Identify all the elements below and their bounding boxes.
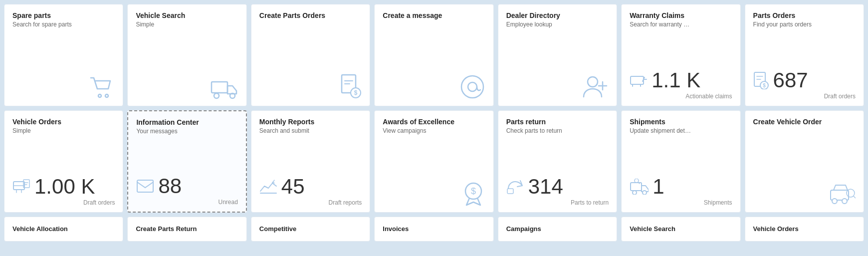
car-doc-icon [12,179,30,195]
card-create-vehicle-order[interactable]: Create Vehicle Order [745,110,864,213]
svg-text:$: $ [354,89,358,96]
main-grid: Spare parts Search for spare parts Vehic… [4,4,864,242]
card-subtitle: Simple [136,21,238,29]
card-icon-area: $ [383,135,485,206]
card-bottom: 45 Draft reports [259,176,362,206]
car-wrench-icon [630,72,648,88]
card-subtitle: Check parts to return [506,127,609,135]
card-invoices[interactable]: Invoices [374,217,493,242]
card-stat-label: Draft orders [12,199,115,206]
svg-text:$: $ [763,83,766,88]
card-title: Information Center [136,118,237,127]
card-icon-area: $ [259,21,362,100]
card-subtitle: Update shipment det… [630,127,732,135]
svg-point-22 [633,191,637,195]
card-number: 88 [158,176,182,197]
card-stats-row: 1 [630,176,664,197]
card-create-parts-return[interactable]: Create Parts Return [127,217,246,242]
card-stats-row: 88 [136,176,182,197]
card-title: Vehicle Orders [753,225,856,233]
card-stat-label: Shipments [630,199,732,206]
card-information-center[interactable]: Information Center Your messages 88 Unre… [127,110,246,213]
card-icon-area [12,28,115,100]
card-vehicle-orders-bottom[interactable]: Vehicle Orders [745,217,864,242]
card-stats-row: 45 [259,176,305,197]
parts-return-icon [506,179,524,195]
svg-point-3 [214,93,219,98]
card-stat-label: Draft reports [259,199,362,206]
card-campaigns[interactable]: Campaigns [498,217,617,242]
card-subtitle: Employee lookup [506,21,609,29]
award-icon: $ [461,181,485,206]
card-title: Spare parts [12,11,115,20]
card-stat-label: Parts to return [506,199,609,206]
card-stats-row: 1.1 K [630,70,700,91]
card-subtitle: View campaigns [383,127,485,135]
card-title: Awards of Excellence [383,118,485,126]
card-awards[interactable]: Awards of Excellence View campaigns $ [374,110,493,213]
card-bottom: 88 Unread [136,176,237,206]
svg-point-1 [105,94,108,97]
card-spare-parts[interactable]: Spare parts Search for spare parts [4,4,123,106]
card-number: 314 [528,176,563,197]
card-number: 1 [652,176,664,197]
card-subtitle: Search and submit [259,127,362,135]
card-stats-row: $ 687 [753,70,808,91]
card-stats-row: 314 [506,176,563,197]
card-number: 45 [281,176,305,197]
card-stat-label: Draft orders [753,93,856,100]
card-title: Parts Orders [753,11,856,20]
envelope-icon [136,179,154,193]
card-stats-row: 1.00 K [12,176,95,197]
card-parts-orders[interactable]: Parts Orders Find your parts orders $ 68… [745,4,864,106]
card-competitive[interactable]: Competitive [251,217,370,242]
card-bottom: 1.00 K Draft orders [12,176,115,206]
car-search-icon [830,183,856,206]
card-bottom: 1 Shipments [630,176,732,206]
card-vehicle-search-bottom[interactable]: Vehicle Search [621,217,740,242]
card-vehicle-allocation[interactable]: Vehicle Allocation [4,217,123,242]
person-plus-icon [583,75,609,100]
card-icon-area [136,28,238,100]
card-create-parts-orders[interactable]: Create Parts Orders $ [251,4,370,106]
card-subtitle: Search for spare parts [12,21,115,29]
truck-icon [211,78,238,100]
card-title: Warranty Claims [630,11,732,20]
card-monthly-reports[interactable]: Monthly Reports Search and submit 45 Dra… [251,110,370,213]
svg-rect-20 [507,189,513,194]
doc-dollar-icon: $ [753,71,769,89]
svg-point-10 [588,77,598,87]
card-number: 1.1 K [651,70,700,91]
card-parts-return[interactable]: Parts return Check parts to return 314 P… [498,110,617,213]
card-icon-area [383,21,485,100]
card-subtitle: Simple [12,127,115,135]
card-number: 1.00 K [34,176,95,197]
card-warranty-claims[interactable]: Warranty Claims Search for warranty … 1.… [621,4,740,106]
card-dealer-directory[interactable]: Dealer Directory Employee lookup [498,4,617,106]
card-title: Vehicle Search [136,11,238,20]
card-number: 687 [773,70,808,91]
card-title: Vehicle Allocation [12,225,115,233]
card-vehicle-search[interactable]: Vehicle Search Simple [127,4,246,106]
cart-icon [89,76,115,100]
svg-point-26 [832,199,837,204]
card-create-message[interactable]: Create a message [374,4,493,106]
card-title: Campaigns [506,225,609,233]
card-subtitle: Your messages [136,128,237,136]
card-title: Parts return [506,118,609,126]
card-title: Vehicle Orders [12,118,115,126]
svg-point-23 [643,191,647,195]
truck-search-icon [630,179,649,195]
card-stat-label: Actionable claims [630,93,732,100]
card-title: Create Vehicle Order [753,118,856,126]
card-subtitle: Find your parts orders [753,21,856,29]
at-icon [459,74,485,100]
svg-rect-17 [137,180,153,192]
card-bottom: 1.1 K Actionable claims [630,70,732,100]
svg-text:$: $ [471,186,476,196]
card-vehicle-orders[interactable]: Vehicle Orders Simple 1.00 K Draft order… [4,110,123,213]
card-shipments[interactable]: Shipments Update shipment det… 1 Shipmen… [621,110,740,213]
card-title: Shipments [630,118,732,126]
svg-rect-2 [212,82,227,93]
document-dollar-icon: $ [340,74,362,100]
